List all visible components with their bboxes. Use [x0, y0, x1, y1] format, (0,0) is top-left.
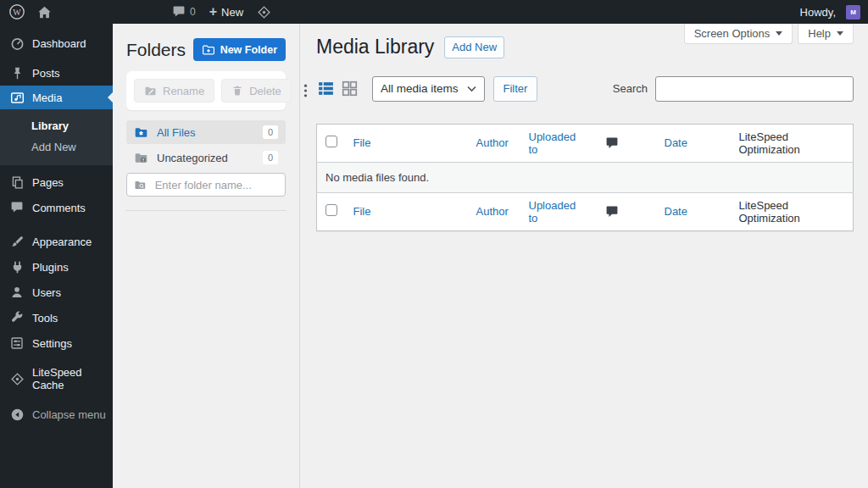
admin-bar-comments[interactable]: 0	[172, 5, 196, 19]
plus-icon: +	[209, 5, 217, 19]
folders-title: Folders	[126, 40, 186, 60]
sidebar-item-users[interactable]: Users	[0, 280, 113, 305]
admin-bar: W 0 + New Howdy, M	[0, 0, 868, 24]
settings-sliders-icon	[9, 336, 25, 351]
sidebar-item-dashboard[interactable]: Dashboard	[0, 30, 113, 56]
litespeed-admin-bar-icon[interactable]	[257, 5, 271, 19]
folder-count-badge: 0	[263, 151, 278, 164]
litespeed-diamond-icon	[9, 371, 25, 386]
all-files-folder-icon	[134, 125, 148, 140]
empty-message: No media files found.	[317, 162, 854, 192]
folder-count-badge: 0	[263, 125, 278, 139]
sidebar-item-litespeed-cache[interactable]: LiteSpeed Cache	[0, 366, 113, 391]
uncategorized-folder-icon	[134, 151, 148, 165]
media-submenu: Library Add New	[0, 109, 113, 165]
column-footer-litespeed-optimization: LiteSpeed Optimization	[731, 192, 854, 230]
collapse-arrow-icon	[9, 407, 25, 422]
folder-list: All Files 0 Uncategorized 0	[126, 120, 286, 197]
users-icon	[9, 285, 25, 300]
column-header-litespeed-optimization: LiteSpeed Optimization	[731, 124, 854, 162]
new-label: New	[221, 6, 243, 19]
column-header-date[interactable]: Date	[665, 136, 687, 149]
search-label: Search	[613, 82, 648, 95]
folder-plus-icon	[202, 43, 215, 57]
wordpress-logo-icon[interactable]: W	[8, 3, 25, 20]
folder-row-all-files[interactable]: All Files 0	[126, 120, 286, 144]
howdy-text: Howdy,	[800, 6, 836, 19]
media-table: File Author Uploaded to Date LiteSpeed O…	[316, 124, 854, 231]
new-folder-button[interactable]: New Folder	[193, 38, 286, 61]
rename-folder-icon	[144, 85, 157, 97]
panel-divider	[125, 210, 287, 211]
sidebar-item-plugins[interactable]: Plugins	[0, 254, 113, 280]
select-all-checkbox[interactable]	[326, 204, 337, 216]
folders-header: Folders New Folder	[126, 38, 286, 61]
collapse-menu-button[interactable]: Collapse menu	[0, 402, 113, 427]
help-button[interactable]: Help	[798, 24, 854, 44]
trash-icon	[231, 85, 243, 97]
wordpress-media-library-page: { "admin_bar": { "comments_count": "0", …	[0, 0, 868, 488]
media-type-select[interactable]: All media items	[372, 76, 485, 102]
screen-meta-links: Screen Options Help	[684, 24, 854, 44]
admin-bar-account[interactable]: Howdy, M	[800, 5, 860, 19]
column-header-file[interactable]: File	[353, 136, 371, 149]
user-avatar[interactable]: M	[846, 5, 860, 19]
column-header-author[interactable]: Author	[476, 136, 509, 149]
delete-folder-button[interactable]: Delete	[221, 79, 292, 103]
comments-icon	[9, 200, 25, 215]
submenu-item-add-new[interactable]: Add New	[0, 136, 113, 158]
posts-pin-icon	[9, 65, 25, 80]
media-table-body: No media files found.	[317, 162, 854, 192]
screen-options-button[interactable]: Screen Options	[684, 24, 793, 44]
sidebar-item-posts[interactable]: Posts	[0, 60, 113, 86]
sidebar-item-media[interactable]: Media	[0, 86, 113, 109]
new-folder-name-field[interactable]	[126, 173, 286, 197]
page-title: Media Library	[316, 35, 434, 60]
folder-name-input[interactable]	[153, 178, 278, 192]
folder-row-uncategorized[interactable]: Uncategorized 0	[126, 146, 286, 169]
admin-bar-new-button[interactable]: + New	[209, 5, 243, 19]
folders-panel: Folders New Folder Rename Delete All Fil…	[113, 24, 300, 488]
site-home-icon[interactable]	[37, 5, 52, 19]
svg-text:W: W	[13, 8, 21, 17]
sidebar-item-appearance[interactable]: Appearance	[0, 229, 113, 254]
pages-icon	[9, 175, 25, 190]
column-footer-author[interactable]: Author	[476, 205, 509, 218]
admin-sidebar: Dashboard Posts Media Library Add New Pa…	[0, 24, 113, 488]
sidebar-item-tools[interactable]: Tools	[0, 305, 113, 330]
folder-search-icon	[134, 178, 147, 192]
filter-button[interactable]: Filter	[493, 76, 538, 102]
grid-view-icon[interactable]	[340, 80, 359, 98]
sidebar-item-settings[interactable]: Settings	[0, 330, 113, 356]
sidebar-item-pages[interactable]: Pages	[0, 169, 113, 195]
search-group: Search	[613, 76, 854, 102]
column-header-uploaded-to[interactable]: Uploaded to	[529, 130, 576, 156]
rename-folder-button[interactable]: Rename	[134, 79, 214, 103]
add-new-button[interactable]: Add New	[444, 36, 504, 58]
column-footer-file[interactable]: File	[353, 205, 371, 218]
dashboard-icon	[9, 36, 25, 51]
media-table-footer: File Author Uploaded to Date LiteSpeed O…	[317, 192, 854, 230]
media-table-header: File Author Uploaded to Date LiteSpeed O…	[317, 124, 854, 162]
comments-column-icon	[605, 136, 619, 150]
comment-bubble-icon	[172, 5, 186, 19]
sidebar-item-comments[interactable]: Comments	[0, 195, 113, 220]
appearance-brush-icon	[9, 234, 25, 249]
folders-toolbar: Rename Delete	[126, 71, 286, 110]
view-switch	[316, 80, 359, 98]
tools-wrench-icon	[9, 310, 25, 325]
column-footer-uploaded-to[interactable]: Uploaded to	[529, 199, 576, 225]
list-view-icon[interactable]	[316, 80, 335, 98]
table-row: No media files found.	[317, 162, 854, 192]
search-input[interactable]	[655, 76, 854, 102]
select-all-checkbox[interactable]	[326, 136, 337, 147]
folder-options-kebab-icon[interactable]	[298, 81, 313, 100]
column-footer-date[interactable]: Date	[665, 205, 687, 218]
submenu-item-library[interactable]: Library	[0, 115, 113, 136]
plugins-plug-icon	[9, 259, 25, 274]
chevron-down-icon	[776, 31, 782, 39]
comments-count: 0	[190, 6, 196, 18]
chevron-down-icon	[837, 31, 843, 39]
media-toolbar: All media items Filter Search	[316, 76, 854, 102]
select-chevron-icon	[467, 86, 476, 92]
